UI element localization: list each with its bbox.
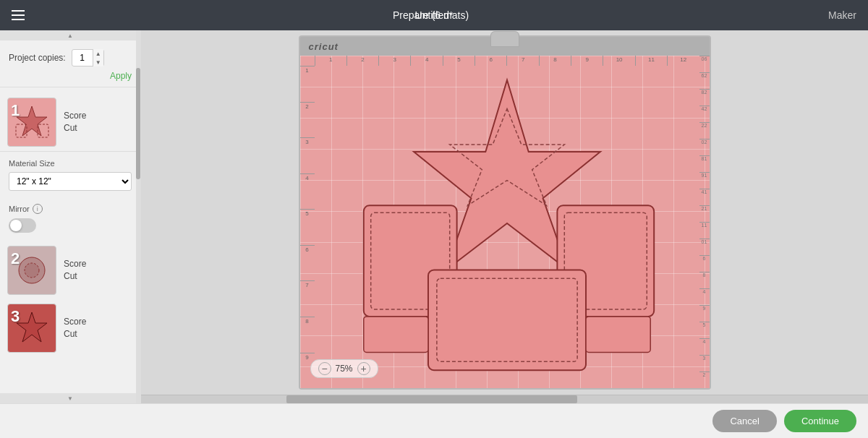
- menu-button[interactable]: [12, 10, 25, 20]
- svg-point-4: [25, 263, 39, 278]
- copies-up-arrow[interactable]: ▲: [93, 49, 103, 58]
- copies-arrows: ▲ ▼: [93, 49, 103, 66]
- svg-rect-14: [363, 317, 427, 353]
- zoom-level: 75%: [336, 364, 353, 374]
- material-section: Material Size 12" x 12" 12" x 24" Custom: [0, 151, 140, 198]
- zoom-controls: − 75% +: [310, 359, 378, 378]
- sidebar: ▲ Project copies: ▲ ▼ Apply 1: [0, 30, 141, 403]
- material-size-label: Material Size: [9, 159, 132, 168]
- ruler-tick-8: 8: [539, 56, 571, 66]
- machine-name: Maker: [828, 9, 856, 21]
- ruler-v-1: 1: [300, 66, 315, 102]
- ruler-tick-12: 12: [667, 56, 699, 66]
- ruler-tick-10: 10: [603, 56, 634, 66]
- mirror-label: Mirror: [9, 205, 30, 213]
- ruler-v-2: 2: [300, 102, 315, 138]
- cancel-button[interactable]: Cancel: [712, 410, 776, 432]
- ruler-top: 1 2 3 4 5 6 7 8 9 10 11 12: [315, 56, 699, 66]
- mat-item-3[interactable]: 3 ScoreCut: [0, 299, 140, 357]
- sidebar-scroll-down[interactable]: ▼: [0, 393, 140, 403]
- ruler-tick-11: 11: [635, 56, 667, 66]
- mat-label-2: ScoreCut: [64, 258, 86, 283]
- mat-shapes-preview-3: [8, 304, 56, 352]
- canvas-scrollbar-thumb: [286, 395, 577, 403]
- ruler-v-7: 7: [300, 280, 315, 317]
- zoom-decrease-button[interactable]: −: [318, 362, 331, 375]
- ruler-v-3: 3: [300, 137, 315, 173]
- project-copies-row: Project copies: ▲ ▼: [9, 49, 132, 66]
- svg-rect-15: [586, 317, 650, 353]
- mat-grid-area: 1 2 3 4 5 6 7 8 9 10 11 12: [300, 56, 710, 388]
- ruler-v-4: 4: [300, 173, 315, 210]
- ruler-left: 1 2 3 4 5 6 7 8 9: [300, 66, 315, 388]
- document-name: Untitled*: [415, 9, 454, 21]
- mat-item-1[interactable]: 1 ScoreCut: [0, 93, 140, 151]
- app-header: Prepare (6 mats) Untitled* Maker: [0, 0, 868, 30]
- cutting-mat: cricut 1 2 3 4 5 6 7 8 9 10: [299, 35, 711, 390]
- canvas-container: cricut 1 2 3 4 5 6 7 8 9 10: [141, 30, 868, 395]
- sidebar-scroll-up[interactable]: ▲: [0, 30, 140, 40]
- mirror-info-icon[interactable]: i: [33, 204, 43, 214]
- project-copies-label: Project copies:: [9, 53, 66, 63]
- canvas-area: cricut 1 2 3 4 5 6 7 8 9 10: [141, 30, 868, 403]
- cricut-logo: cricut: [309, 41, 339, 52]
- mat-thumbnail-3: 3: [7, 304, 56, 353]
- mat-label-3: ScoreCut: [64, 316, 86, 340]
- ruler-right: 06 62 82 42 22 02 81 91 41 21 11 01 6 8: [699, 56, 710, 388]
- material-size-select[interactable]: 12" x 12" 12" x 24" Custom: [9, 172, 132, 191]
- copies-down-arrow[interactable]: ▼: [93, 58, 103, 66]
- sidebar-scrollbar-thumb: [136, 68, 140, 180]
- ruler-tick-1: 1: [315, 56, 346, 66]
- apply-button[interactable]: Apply: [9, 71, 132, 81]
- ruler-tick-5: 5: [443, 56, 475, 66]
- mat-shapes-preview-2: [8, 246, 56, 294]
- svg-rect-12: [427, 270, 585, 370]
- svg-marker-5: [17, 312, 47, 342]
- continue-button[interactable]: Continue: [784, 410, 856, 432]
- ruler-tick-6: 6: [475, 56, 506, 66]
- mirror-section: Mirror i: [0, 198, 140, 241]
- ruler-tick-9: 9: [571, 56, 603, 66]
- zoom-increase-button[interactable]: +: [357, 362, 370, 375]
- svg-marker-0: [17, 106, 47, 136]
- canvas-scrollbar-h[interactable]: [141, 395, 868, 403]
- toggle-knob: [10, 220, 22, 231]
- ruler-tick-3: 3: [378, 56, 410, 66]
- sidebar-top: Project copies: ▲ ▼ Apply: [0, 40, 140, 87]
- ruler-v-5: 5: [300, 209, 315, 245]
- copies-input[interactable]: [72, 53, 93, 63]
- mat-thumbnail-2: 2: [7, 246, 56, 295]
- design-canvas: [315, 66, 699, 388]
- main-layout: ▲ Project copies: ▲ ▼ Apply 1: [0, 30, 868, 403]
- copies-input-wrap: ▲ ▼: [72, 49, 104, 66]
- mat-handle: [490, 31, 519, 47]
- bottom-bar: Cancel Continue: [0, 403, 868, 438]
- ruler-tick-7: 7: [506, 56, 538, 66]
- mat-thumbnail-1: 1: [7, 98, 56, 147]
- ruler-tick-2: 2: [346, 56, 378, 66]
- mat-list: 1 ScoreCut Material Size: [0, 87, 140, 393]
- mirror-label-row: Mirror i: [9, 204, 132, 214]
- mat-item-2[interactable]: 2 ScoreCut: [0, 241, 140, 299]
- ruler-tick-4: 4: [410, 56, 442, 66]
- mat-header: cricut: [300, 37, 710, 56]
- ruler-v-8: 8: [300, 317, 315, 353]
- mirror-toggle[interactable]: [9, 218, 36, 233]
- ruler-v-6: 6: [300, 245, 315, 281]
- mat-label-1: ScoreCut: [64, 110, 86, 134]
- shapes-svg: [315, 66, 699, 388]
- sidebar-scrollbar: [136, 30, 140, 403]
- mat-shapes-preview-1: [8, 98, 56, 146]
